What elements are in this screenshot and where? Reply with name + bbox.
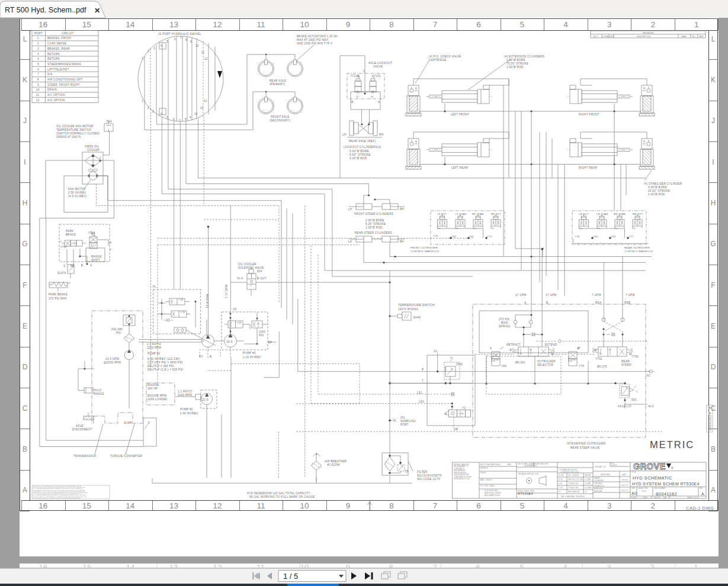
svg-text:1:1 RATIO: 1:1 RATIO [178, 390, 192, 393]
svg-text:190°F RISING: 190°F RISING [398, 308, 418, 311]
svg-text:REAR STEER CYLINDERS: REAR STEER CYLINDERS [355, 231, 392, 234]
svg-text:REVISIONS: REVISIONS [643, 32, 654, 34]
svg-text:11: 11 [200, 107, 204, 110]
svg-text:4: 4 [563, 501, 568, 510]
svg-text:W: W [594, 349, 597, 352]
svg-text:REAR STEER VALVE: REAR STEER VALVE [570, 446, 600, 449]
svg-text:15: 15 [82, 20, 91, 29]
svg-text:6: 6 [173, 118, 175, 121]
svg-text:SPRING: SPRING [499, 325, 511, 328]
svg-text:2: 2 [37, 42, 39, 45]
svg-text:L: L [23, 35, 27, 43]
svg-text:OIL: OIL [400, 416, 405, 419]
svg-text:5: 5 [166, 116, 168, 119]
svg-text:REV: REV [700, 487, 703, 490]
svg-text:1: 1 [694, 20, 699, 29]
svg-text:RIGHT FRONT: RIGHT FRONT [579, 113, 599, 116]
svg-text:67NOT11: 67NOT11 [621, 479, 628, 481]
svg-text:51476: 51476 [57, 272, 66, 275]
svg-text:P: P [110, 242, 111, 244]
svg-text:(4) P.O. CHECK VALVE: (4) P.O. CHECK VALVE [429, 55, 461, 58]
svg-text:D GLASSER: D GLASSER [594, 479, 604, 482]
svg-text:RF EXT: RF EXT [491, 212, 501, 215]
svg-text:K: K [23, 76, 27, 84]
svg-text:•: • [518, 469, 518, 471]
svg-text:MAT'L / WELDS: MAT'L / WELDS [480, 479, 492, 481]
svg-text:1.25"Ø ROD: 1.25"Ø ROD [365, 226, 383, 229]
svg-text:Y84: Y84 [593, 235, 598, 238]
svg-text:270 PSI MAX: 270 PSI MAX [49, 297, 67, 300]
svg-text:DY: DY [199, 355, 203, 358]
svg-text:7: 7 [179, 119, 181, 122]
svg-text:DATE: DATE [681, 36, 687, 38]
svg-text:H: H [711, 199, 716, 207]
svg-text:11: 11 [256, 20, 265, 29]
svg-text:1 / 5: 1 / 5 [283, 572, 298, 581]
svg-text:W MILLER: W MILLER [594, 490, 602, 492]
svg-text:15: 15 [82, 501, 91, 510]
svg-text:(4) STABILIZER CYLINDER: (4) STABILIZER CYLINDER [644, 182, 682, 185]
svg-text:(4.9 CC/REV): (4.9 CC/REV) [68, 195, 87, 198]
svg-text:PORT: PORT [400, 423, 409, 426]
svg-text:10: 10 [195, 44, 199, 47]
svg-text:PARK BRAKE: PARK BRAKE [49, 293, 68, 296]
svg-text:TOLERANCES UNLESS: TOLERANCES UNLESS [559, 469, 578, 471]
svg-text:✕: ✕ [94, 7, 100, 15]
svg-text:AXLE LOCKOUT: AXLE LOCKOUT [368, 62, 392, 65]
svg-text:EXTEND: EXTEND [545, 343, 557, 346]
svg-text:AIR BREATHER: AIR BREATHER [325, 460, 347, 463]
svg-text:7 GPM: 7 GPM [592, 294, 601, 297]
svg-text:PUMP #3: PUMP #3 [243, 352, 256, 355]
svg-text:5: 5 [37, 63, 39, 66]
svg-text:6Ω/13/16=2/30/75: 6Ω/13/16=2/30/75 [417, 474, 442, 477]
svg-text:LF EXT: LF EXT [437, 212, 447, 215]
svg-text:AXLE L/O: AXLE L/O [618, 405, 631, 408]
svg-text:3.00"Ø ROD: 3.00"Ø ROD [349, 157, 367, 160]
svg-text:AND SHARP EDGES: AND SHARP EDGES [485, 494, 501, 497]
svg-text:TORQUE CONVERTER: TORQUE CONVERTER [110, 455, 143, 458]
svg-text:CHECKED: CHECKED [594, 482, 602, 485]
svg-text:I: I [712, 158, 714, 166]
svg-text:14: 14 [126, 501, 135, 510]
svg-text:W MARGOLD: W MARGOLD [594, 485, 604, 487]
svg-text:FRONT OUTRIGGER: FRONT OUTRIGGER [410, 246, 438, 249]
svg-text:CONTROL MANIFOLD: CONTROL MANIFOLD [624, 250, 653, 253]
svg-text:ENGINE RPM: ENGINE RPM [147, 394, 166, 397]
svg-text:PORT: PORT [34, 32, 43, 35]
svg-text:13: 13 [169, 20, 178, 29]
svg-text:OR: OR [454, 428, 458, 431]
svg-text:5.00"Ø BORE: 5.00"Ø BORE [349, 150, 369, 153]
svg-text:E: E [23, 322, 27, 330]
svg-text:2200 LOADED: 2200 LOADED [147, 398, 168, 401]
svg-text:3: 3 [607, 20, 612, 29]
svg-text:N/A TO MATERIAL THICKNESS: N/A TO MATERIAL THICKNESS [561, 495, 585, 498]
svg-text:1.16 IN³/REV: 1.16 IN³/REV [243, 356, 261, 359]
svg-text:5445: 5445 [413, 316, 421, 319]
svg-text:ENGINEERING: ENGINEERING [454, 469, 465, 472]
svg-text:17 GPM: 17 GPM [515, 294, 527, 297]
svg-text:ANGULAR DIM: ANGULAR DIM [568, 491, 579, 493]
svg-text:DATE: DATE [507, 463, 511, 466]
svg-text:2200 RPM: 2200 RPM [178, 394, 192, 397]
svg-text:CIRCUIT: CIRCUIT [62, 32, 74, 35]
svg-text:Y80: Y80 [501, 365, 506, 368]
svg-text:11: 11 [256, 501, 265, 510]
svg-text:REAR AXLE (REF): REAR AXLE (REF) [349, 140, 376, 143]
svg-text:RETURN: RETURN [47, 57, 60, 60]
svg-text:B: B [578, 347, 579, 350]
svg-text:TEMPERATURE SWITCH: TEMPERATURE SWITCH [56, 128, 91, 131]
svg-text:3: 3 [37, 47, 39, 50]
svg-text:WHOLE & 1 PL DEC: WHOLE & 1 PL DEC [568, 478, 583, 481]
svg-text:NONE: NONE [643, 497, 647, 499]
svg-text:COMPONENTS LISTED: COMPONENTS LISTED [454, 476, 472, 478]
svg-text:Y75: Y75 [487, 235, 492, 238]
svg-text:J: J [711, 117, 715, 125]
svg-text:LOAD SENSE: LOAD SENSE [47, 42, 66, 45]
svg-text:RF STAB: RF STAB [472, 212, 484, 215]
svg-text:5: 5 [166, 40, 168, 43]
svg-text:A/C OPTION: A/C OPTION [47, 99, 65, 102]
svg-text:OUTRIGGER: OUTRIGGER [537, 360, 556, 363]
svg-text:Y81: Y81 [469, 235, 474, 238]
svg-text:LR EXT: LR EXT [579, 212, 589, 215]
svg-text:DISCONNECT: DISCONNECT [72, 428, 92, 431]
